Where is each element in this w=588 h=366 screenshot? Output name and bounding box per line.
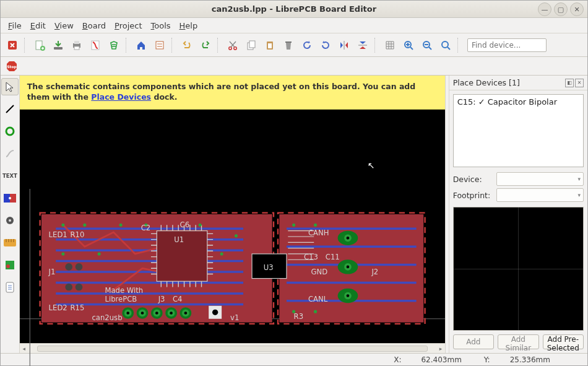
svg-text:C4: C4	[173, 295, 183, 303]
svg-text:LibrePCB: LibrePCB	[105, 295, 137, 303]
copy-icon[interactable]	[243, 37, 259, 53]
svg-point-79	[314, 224, 317, 227]
status-y-value: 25.336mm	[510, 355, 550, 364]
svg-text:LED1: LED1	[48, 230, 67, 239]
menu-view[interactable]: View	[51, 20, 77, 32]
svg-point-18	[442, 41, 448, 48]
save-icon[interactable]	[50, 37, 66, 53]
zoom-out-icon[interactable]	[419, 37, 435, 53]
paste-icon[interactable]	[262, 37, 278, 53]
svg-rect-14	[268, 43, 272, 48]
schematic-icon[interactable]	[152, 37, 168, 53]
order-pcb-icon[interactable]	[106, 37, 122, 53]
panel-splitter[interactable]	[445, 76, 449, 353]
dock-close-icon[interactable]: ✕	[575, 79, 584, 87]
mirror-h-icon[interactable]	[336, 37, 352, 53]
add-button[interactable]: Add	[453, 334, 494, 349]
svg-point-65	[346, 265, 349, 268]
svg-text:v1: v1	[230, 313, 239, 322]
circle-tool[interactable]	[1, 123, 19, 140]
abort-icon[interactable]: Stop	[4, 59, 19, 74]
maximize-button[interactable]: ▢	[554, 2, 568, 16]
chevron-down-icon: ▾	[577, 192, 581, 198]
rotate-ccw-icon[interactable]	[299, 37, 315, 53]
svg-point-51	[155, 312, 158, 315]
new-icon[interactable]	[32, 37, 48, 53]
close-button[interactable]: ✕	[570, 2, 584, 16]
trace-tool[interactable]	[1, 145, 19, 162]
menu-edit[interactable]: Edit	[27, 20, 50, 32]
mirror-v-icon[interactable]	[355, 37, 371, 53]
menu-tools[interactable]: Tools	[147, 20, 175, 32]
svg-point-77	[235, 234, 238, 237]
redo-icon[interactable]	[197, 37, 214, 53]
place-devices-link[interactable]: Place Devices	[91, 92, 151, 102]
footprint-combo[interactable]: ▾	[496, 188, 584, 202]
home-icon[interactable]	[133, 37, 149, 53]
svg-point-48	[141, 312, 144, 315]
menu-board[interactable]: Board	[79, 20, 110, 32]
dock-detach-icon[interactable]: ◧	[565, 79, 574, 87]
status-y-label: Y:	[484, 355, 490, 364]
svg-point-68	[346, 294, 349, 297]
delete-icon[interactable]	[280, 37, 296, 53]
menu-project[interactable]: Project	[111, 20, 146, 32]
svg-rect-12	[249, 41, 255, 48]
svg-text:U3: U3	[264, 263, 274, 271]
unplaced-components-list[interactable]: C15: ✓ Capacitor Bipolar	[453, 94, 584, 167]
minimize-button[interactable]: —	[538, 2, 551, 16]
svg-point-73	[198, 224, 201, 227]
grid-icon[interactable]	[382, 37, 398, 53]
svg-point-62	[346, 237, 349, 240]
text-tool[interactable]: TEXT	[1, 167, 19, 185]
svg-point-42	[76, 283, 83, 290]
device-combo[interactable]: ▾	[496, 172, 584, 186]
place-devices-dock: Place Devices [1] ◧ ✕ C15: ✓ Capacitor B…	[449, 76, 587, 353]
svg-point-81	[314, 310, 317, 313]
select-tool[interactable]	[1, 78, 19, 95]
close-project-icon[interactable]	[4, 37, 20, 53]
svg-rect-27	[4, 239, 16, 246]
toolbar-main	[1, 33, 587, 57]
zoom-in-icon[interactable]	[400, 37, 417, 53]
plane-tool[interactable]	[1, 190, 19, 207]
svg-text:R15: R15	[70, 303, 84, 312]
svg-rect-5	[74, 41, 79, 44]
undo-icon[interactable]	[179, 37, 195, 53]
pdf-icon[interactable]	[87, 37, 103, 53]
print-icon[interactable]	[69, 37, 85, 53]
svg-text:J2: J2	[371, 267, 378, 276]
svg-text:CANL: CANL	[308, 295, 328, 303]
ruler-tool[interactable]	[1, 234, 19, 251]
polygon-tool[interactable]	[1, 256, 19, 274]
menu-file[interactable]: File	[4, 20, 25, 32]
svg-text:can2usb: can2usb	[92, 313, 122, 322]
svg-point-21	[6, 128, 14, 135]
add-similar-button[interactable]: Add Similar	[498, 334, 538, 349]
board-canvas[interactable]: LED1 R10 C2 C6 U1 J1 Made With LibrePCB …	[20, 110, 445, 343]
via-tool[interactable]	[1, 212, 19, 229]
menu-help[interactable]: Help	[176, 20, 202, 32]
svg-point-57	[184, 312, 187, 315]
svg-rect-15	[285, 41, 292, 43]
find-device-input[interactable]	[467, 38, 547, 52]
svg-point-24	[9, 197, 11, 199]
svg-rect-8	[156, 41, 163, 49]
zoom-fit-icon[interactable]	[438, 37, 454, 53]
svg-point-39	[65, 263, 72, 271]
chevron-down-icon: ▾	[577, 176, 581, 182]
svg-text:Made With: Made With	[105, 286, 143, 295]
svg-point-54	[170, 312, 173, 315]
drc-tool[interactable]	[1, 279, 19, 296]
rotate-cw-icon[interactable]	[318, 37, 334, 53]
line-tool[interactable]	[1, 100, 19, 118]
cut-icon[interactable]	[225, 37, 241, 53]
svg-point-45	[126, 312, 129, 315]
svg-text:R3: R3	[293, 312, 303, 321]
titlebar: can2usb.lpp - LibrePCB Board Editor — ▢ …	[1, 1, 587, 18]
device-label: Device:	[453, 175, 493, 184]
svg-rect-3	[54, 47, 63, 50]
svg-point-69	[61, 224, 64, 227]
add-preselected-button[interactable]: Add Pre-Selected	[543, 334, 584, 349]
list-item[interactable]: C15: ✓ Capacitor Bipolar	[457, 97, 579, 107]
